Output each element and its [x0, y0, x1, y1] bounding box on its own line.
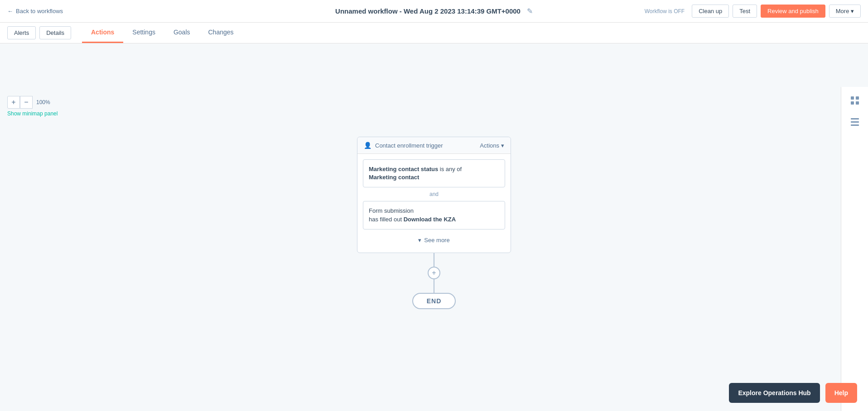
- svg-rect-0: [851, 96, 854, 100]
- top-bar-left: ← Back to workflows: [7, 8, 63, 14]
- review-publish-button[interactable]: Review and publish: [761, 5, 825, 18]
- zoom-controls: + − 100%: [7, 96, 50, 109]
- explore-operations-hub-button[interactable]: Explore Operations Hub: [729, 383, 820, 403]
- workflow-title: Unnamed workflow - Wed Aug 2 2023 13:14:…: [335, 7, 521, 15]
- trigger-label: Contact enrollment trigger: [375, 142, 443, 149]
- add-step-button[interactable]: +: [428, 267, 440, 279]
- more-label: More: [836, 8, 849, 14]
- workflow-status: Workflow is OFF: [645, 8, 685, 14]
- and-separator: and: [363, 191, 505, 197]
- details-button[interactable]: Details: [39, 26, 71, 39]
- condition-card-2[interactable]: Form submission has filled out Download …: [363, 201, 505, 229]
- zoom-out-button[interactable]: −: [20, 96, 33, 109]
- form-desc-pre: has filled out: [369, 216, 402, 223]
- svg-rect-4: [851, 118, 859, 119]
- clean-up-button[interactable]: Clean up: [692, 5, 729, 18]
- connector-1: +: [428, 253, 440, 293]
- back-arrow-icon: ←: [7, 8, 13, 14]
- condition-bold-1: Marketing contact status: [369, 166, 438, 172]
- grid-view-icon[interactable]: [847, 92, 863, 109]
- condition-text-1: Marketing contact status is any of Marke…: [369, 165, 499, 182]
- nav-bar: Alerts Details Actions Settings Goals Ch…: [0, 23, 868, 43]
- connector-line-top: [434, 253, 434, 267]
- back-button-label: Back to workflows: [16, 8, 63, 14]
- right-panel: [841, 87, 868, 411]
- trigger-actions-button[interactable]: Actions ▾: [480, 142, 504, 149]
- condition-text-2: Form submission has filled out Download …: [369, 207, 499, 223]
- trigger-actions-label: Actions: [480, 142, 499, 149]
- condition-is-1: is any of: [440, 166, 462, 172]
- workflow-canvas: + − 100% Show minimap panel 👤 Contact en…: [0, 43, 868, 411]
- tab-changes[interactable]: Changes: [199, 23, 243, 43]
- bottom-bar: Explore Operations Hub Help: [0, 375, 868, 411]
- condition-card-1[interactable]: Marketing contact status is any of Marke…: [363, 159, 505, 187]
- more-button[interactable]: More ▾: [829, 5, 861, 18]
- see-more-button[interactable]: ▾ See more: [363, 233, 505, 247]
- zoom-level: 100%: [36, 99, 50, 105]
- svg-rect-3: [856, 101, 859, 105]
- svg-rect-2: [851, 101, 854, 105]
- top-bar-right: Workflow is OFF Clean up Test Review and…: [645, 5, 861, 18]
- tab-actions[interactable]: Actions: [82, 23, 123, 43]
- contact-icon: 👤: [364, 142, 371, 149]
- connector-line-bottom: [434, 279, 434, 293]
- trigger-actions-chevron-icon: ▾: [501, 142, 504, 149]
- trigger-header-left: 👤 Contact enrollment trigger: [364, 142, 443, 149]
- svg-rect-1: [856, 96, 859, 100]
- top-bar: ← Back to workflows Unnamed workflow - W…: [0, 0, 868, 23]
- show-minimap-button[interactable]: Show minimap panel: [7, 110, 58, 117]
- edit-title-icon[interactable]: ✎: [527, 7, 533, 15]
- trigger-header: 👤 Contact enrollment trigger Actions ▾: [357, 137, 511, 154]
- table-view-icon[interactable]: [847, 114, 863, 130]
- svg-rect-5: [851, 121, 859, 123]
- svg-rect-6: [851, 124, 859, 126]
- trigger-node: 👤 Contact enrollment trigger Actions ▾ M…: [357, 137, 511, 253]
- end-node: END: [412, 293, 456, 309]
- form-desc-bold: Download the KZA: [404, 216, 456, 223]
- see-more-chevron-icon: ▾: [418, 237, 421, 244]
- back-to-workflows-button[interactable]: ← Back to workflows: [7, 8, 63, 14]
- alerts-button[interactable]: Alerts: [7, 26, 36, 39]
- help-button[interactable]: Help: [825, 383, 857, 403]
- more-chevron-icon: ▾: [851, 8, 854, 14]
- zoom-in-button[interactable]: +: [7, 96, 20, 109]
- see-more-label: See more: [424, 237, 449, 244]
- test-button[interactable]: Test: [733, 5, 757, 18]
- tab-goals[interactable]: Goals: [164, 23, 199, 43]
- trigger-body: Marketing contact status is any of Marke…: [357, 154, 511, 253]
- nav-tabs: Actions Settings Goals Changes: [82, 23, 243, 43]
- workflow-diagram: 👤 Contact enrollment trigger Actions ▾ M…: [357, 137, 511, 309]
- form-title: Form submission: [369, 207, 414, 214]
- condition-value-1: Marketing contact: [369, 174, 419, 181]
- tab-settings[interactable]: Settings: [123, 23, 164, 43]
